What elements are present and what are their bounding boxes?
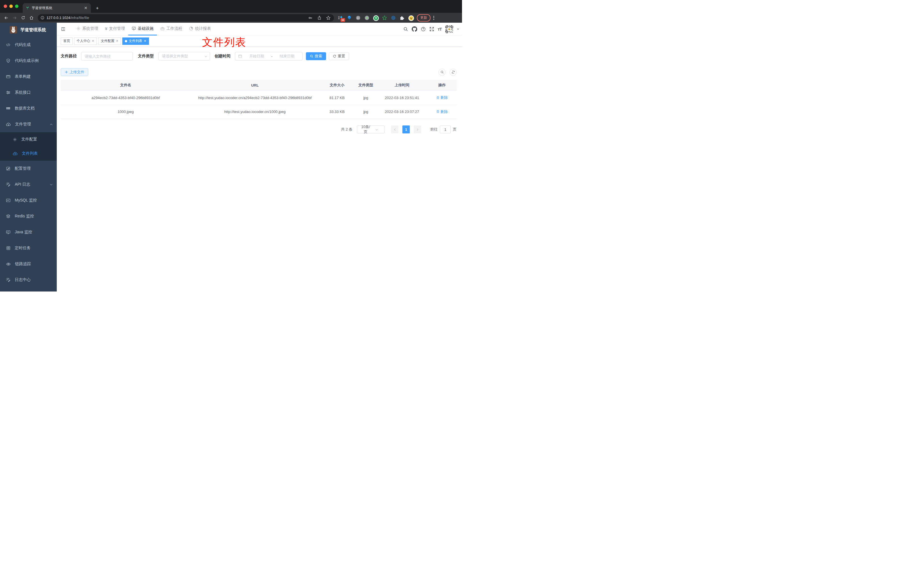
tag-close-icon[interactable]: ✕ xyxy=(92,40,94,43)
sidebar-item-system-api[interactable]: 系统接口 xyxy=(0,84,57,101)
cell-filename: 1000.jpeg xyxy=(61,105,191,119)
doc-edit-icon xyxy=(6,182,10,187)
extension-eye-rings-icon[interactable] xyxy=(391,15,396,20)
browser-tab[interactable]: 芋道管理系统 ✕ xyxy=(23,3,91,13)
sidebar-item-api-log[interactable]: API 日志 xyxy=(0,177,57,192)
password-key-icon[interactable] xyxy=(308,16,313,20)
top-menu-reports[interactable]: 统计报表 xyxy=(186,23,214,35)
sidebar-item-code-example[interactable]: 代码生成示例 xyxy=(0,53,57,69)
goto-page-input[interactable] xyxy=(440,126,450,134)
sidebar-item-file-list[interactable]: 文件列表 xyxy=(0,147,57,161)
github-icon[interactable] xyxy=(412,26,417,32)
home-button[interactable] xyxy=(29,16,34,20)
top-menu-label: 系统管理 xyxy=(82,26,98,31)
update-label: 更新 xyxy=(420,15,427,20)
refresh-table-button[interactable] xyxy=(449,69,457,76)
browser-menu-icon[interactable] xyxy=(432,15,435,21)
tab-close-icon[interactable]: ✕ xyxy=(83,5,88,10)
close-window-button[interactable] xyxy=(4,5,7,8)
top-menu-system[interactable]: 系统管理 xyxy=(73,23,102,35)
sidebar-item-log-center[interactable]: 日志中心 xyxy=(0,272,57,288)
date-range-picker[interactable]: 开始日期 - 结束日期 xyxy=(235,52,302,61)
site-favicon-icon xyxy=(26,6,30,10)
tag-close-icon[interactable]: ✕ xyxy=(144,40,146,43)
delete-button[interactable]: 删除 xyxy=(436,109,448,115)
sidebar-item-redis-monitor[interactable]: Redis 监控 xyxy=(0,208,57,224)
extension-puzzle-icon[interactable] xyxy=(399,15,405,20)
app-logo-row[interactable]: 芋道管理系统 xyxy=(0,23,57,37)
layers-icon xyxy=(6,214,10,218)
show-search-button[interactable] xyxy=(439,69,446,76)
help-icon[interactable] xyxy=(421,27,426,31)
user-avatar-qr[interactable] xyxy=(445,25,453,33)
cell-size: 81.17 KB xyxy=(319,91,355,105)
monitor-check-icon xyxy=(132,26,136,31)
extension-command-icon[interactable] xyxy=(356,15,361,20)
sidebar-item-file-management[interactable]: 文件管理 xyxy=(0,116,57,132)
sidebar-item-mysql-monitor[interactable]: MySQL 监控 xyxy=(0,192,57,208)
sidebar-item-tracing[interactable]: 链路追踪 xyxy=(0,256,57,272)
app-logo-rabbit xyxy=(10,26,17,33)
cell-url: http://test.yudao.iocoder.cn/a294ecb2-73… xyxy=(191,91,319,105)
top-menu-workflow[interactable]: 工作流程 xyxy=(157,23,186,35)
delete-button[interactable]: 删除 xyxy=(436,94,448,101)
extension-y-icon[interactable] xyxy=(373,15,378,20)
trash-icon xyxy=(436,110,440,113)
sidebar-item-config-management[interactable]: 配置管理 xyxy=(0,161,57,177)
create-time-label: 创建时间 xyxy=(214,54,231,59)
tag-profile[interactable]: 个人中心 ✕ xyxy=(74,38,97,45)
gear-icon xyxy=(76,26,81,31)
sidebar-toggle-icon[interactable] xyxy=(57,27,68,31)
file-path-input[interactable] xyxy=(81,52,133,61)
minimize-window-button[interactable] xyxy=(9,5,13,8)
fullscreen-icon[interactable] xyxy=(429,27,434,31)
file-type-select[interactable]: 请选择文件类型 xyxy=(158,52,210,61)
tag-home[interactable]: 首页 xyxy=(61,38,73,45)
browser-window: 芋道管理系统 ✕ + 127.0.0.1:1024/infra/file/fi xyxy=(0,0,462,292)
end-date-placeholder[interactable]: 结束日期 xyxy=(275,54,299,59)
extension-gray-circle-icon[interactable] xyxy=(365,15,370,20)
extension-green-star-icon[interactable] xyxy=(382,15,387,20)
upload-button-label: 上传文件 xyxy=(69,69,84,74)
share-icon[interactable] xyxy=(317,16,322,20)
search-button[interactable]: 搜索 xyxy=(306,52,326,60)
reset-button[interactable]: 重置 xyxy=(329,52,349,60)
sidebar-item-label: 文件配置 xyxy=(21,137,37,142)
top-menu-infrastructure[interactable]: 基础设施 xyxy=(128,23,157,35)
red-annotation-text: 文件列表 xyxy=(202,35,246,50)
sidebar-item-scheduled-tasks[interactable]: 定时任务 xyxy=(0,240,57,256)
sidebar-item-file-config[interactable]: 文件配置 xyxy=(0,132,57,147)
upload-file-button[interactable]: 上传文件 xyxy=(61,68,88,76)
site-info-icon[interactable] xyxy=(41,16,44,20)
new-tab-button[interactable]: + xyxy=(94,5,101,11)
search-button-label: 搜索 xyxy=(315,54,322,59)
tag-close-icon[interactable]: ✕ xyxy=(116,40,118,43)
prev-page-button[interactable] xyxy=(391,126,398,134)
tag-file-list[interactable]: 文件列表 ✕ xyxy=(122,38,149,45)
start-date-placeholder[interactable]: 开始日期 xyxy=(244,54,269,59)
sidebar-item-code-generation[interactable]: 代码生成 xyxy=(0,37,57,53)
zoom-window-button[interactable] xyxy=(15,5,18,8)
extension-blue-diamond-icon[interactable]: 11 xyxy=(338,15,343,20)
font-size-icon[interactable]: ᴛT xyxy=(438,27,442,31)
next-page-button[interactable] xyxy=(414,126,421,134)
extension-emoji-icon[interactable] xyxy=(408,15,414,20)
search-icon[interactable] xyxy=(403,27,408,31)
cell-type: jpg xyxy=(355,105,376,119)
browser-update-button[interactable]: 更新 xyxy=(417,14,431,21)
top-menu-payment[interactable]: ¥ 支付管理 xyxy=(102,23,128,35)
sidebar-item-form-builder[interactable]: 表单构建 xyxy=(0,69,57,84)
extension-balloon-icon[interactable] xyxy=(347,15,352,20)
back-button[interactable] xyxy=(4,16,8,20)
reload-button[interactable] xyxy=(21,16,25,20)
avatar-caret-icon[interactable] xyxy=(457,29,459,31)
sidebar-item-db-doc[interactable]: 数据库文档 xyxy=(0,101,57,116)
page-size-select[interactable]: 10条/页 xyxy=(357,126,384,134)
current-page-button[interactable]: 1 xyxy=(403,126,410,134)
sidebar-item-java-monitor[interactable]: Java 监控 xyxy=(0,224,57,240)
address-bar[interactable]: 127.0.0.1:1024/infra/file/file xyxy=(38,14,334,21)
forward-button[interactable] xyxy=(13,16,17,20)
tag-file-config[interactable]: 文件配置 ✕ xyxy=(98,38,121,45)
form-icon xyxy=(6,74,10,79)
bookmark-star-icon[interactable] xyxy=(326,16,331,20)
